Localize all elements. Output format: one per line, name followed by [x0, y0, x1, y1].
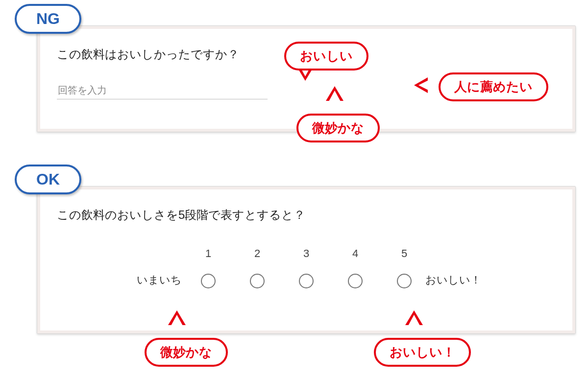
- ng-section: NG この飲料はおいしかったですか？ おいしい 人に薦めたい 微妙かな: [12, 5, 576, 152]
- ok-bubble-tasty: おいしい！: [374, 338, 471, 367]
- rating-scale: いまいち 1 2 3 4 5: [57, 247, 556, 288]
- scale-num-5: 5: [401, 247, 407, 260]
- bubble-tasty: おいしい: [284, 42, 368, 71]
- radio-2[interactable]: [250, 274, 265, 288]
- bubble-recommend-text: 人に薦めたい: [454, 79, 533, 94]
- scale-col-3: 3: [299, 247, 314, 288]
- bubble-tasty-text: おいしい: [300, 48, 353, 63]
- ok-card: この飲料のおいしさを5段階で表すとすると？ いまいち 1 2 3 4: [37, 186, 576, 334]
- ng-label-text: NG: [36, 10, 60, 27]
- scale-col-1: 1: [201, 247, 216, 288]
- bubble-soso: 微妙かな: [296, 114, 380, 142]
- radio-5[interactable]: [397, 274, 412, 288]
- ok-bubble-soso-text: 微妙かな: [160, 345, 212, 359]
- radio-1[interactable]: [201, 274, 216, 288]
- radio-3[interactable]: [299, 274, 314, 288]
- ok-label-pill: OK: [15, 165, 81, 194]
- ok-section: OK この飲料のおいしさを5段階で表すとすると？ いまいち 1 2 3: [12, 165, 576, 371]
- scale-col-4: 4: [348, 247, 363, 288]
- scale-options: 1 2 3 4 5: [201, 247, 412, 288]
- ok-label-text: OK: [36, 170, 60, 188]
- bubble-recommend: 人に薦めたい: [439, 72, 548, 101]
- scale-num-1: 1: [205, 247, 211, 260]
- radio-4[interactable]: [348, 274, 363, 288]
- scale-low-label: いまいち: [118, 273, 201, 288]
- ng-label-pill: NG: [15, 4, 81, 34]
- scale-high-label: おいしい！: [412, 273, 495, 288]
- scale-col-2: 2: [250, 247, 265, 288]
- ok-bubble-tasty-text: おいしい！: [390, 345, 455, 359]
- scale-num-4: 4: [352, 247, 358, 260]
- ng-answer-input[interactable]: [57, 82, 268, 99]
- scale-num-3: 3: [303, 247, 309, 260]
- scale-col-5: 5: [397, 247, 412, 288]
- bubble-soso-text: 微妙かな: [312, 120, 364, 135]
- scale-num-2: 2: [254, 247, 260, 260]
- ok-bubble-soso: 微妙かな: [145, 338, 228, 367]
- ok-question: この飲料のおいしさを5段階で表すとすると？: [57, 207, 556, 223]
